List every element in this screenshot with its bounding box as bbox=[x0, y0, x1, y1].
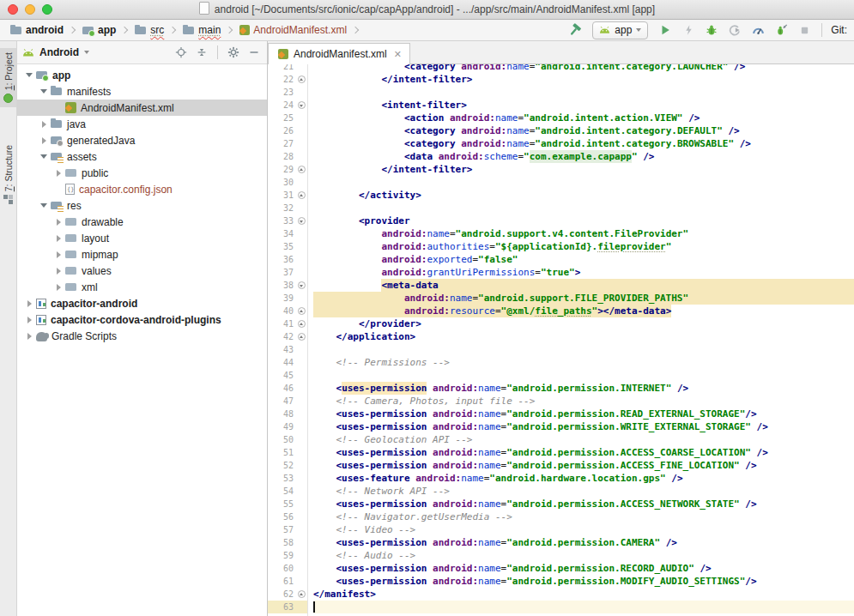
gutter-line-57[interactable]: 57 bbox=[268, 523, 307, 536]
gutter-line-60[interactable]: 60 bbox=[268, 562, 307, 575]
code-line-29[interactable]: </intent-filter> bbox=[313, 163, 854, 176]
attach-debugger-icon[interactable] bbox=[772, 21, 790, 39]
run-configuration-select[interactable]: app bbox=[592, 21, 648, 39]
fold-end-icon[interactable] bbox=[298, 75, 306, 83]
chevron-right-icon[interactable] bbox=[53, 235, 64, 242]
tree-item-generatedjava[interactable]: generatedJava bbox=[17, 132, 267, 148]
gutter-line-26[interactable]: 26 bbox=[268, 124, 307, 137]
gutter-line-58[interactable]: 58 bbox=[268, 536, 307, 549]
chevron-right-icon[interactable] bbox=[24, 300, 34, 307]
hide-panel-icon[interactable] bbox=[246, 45, 262, 60]
code-line-63[interactable] bbox=[313, 601, 854, 613]
code-line-38[interactable]: <meta-data bbox=[313, 279, 854, 292]
gutter-line-24[interactable]: 24 bbox=[268, 99, 307, 112]
breadcrumb-item-main[interactable]: main bbox=[179, 23, 222, 37]
tree-item-capacitor-android[interactable]: capacitor-android bbox=[17, 295, 267, 311]
breadcrumb-item-app[interactable]: app bbox=[79, 23, 118, 37]
tree-item-values[interactable]: values bbox=[17, 263, 267, 279]
gutter-line-27[interactable]: 27 bbox=[268, 137, 307, 150]
code-line-31[interactable]: </activity> bbox=[313, 189, 854, 202]
code-line-33[interactable]: <provider bbox=[313, 214, 854, 227]
fold-start-icon[interactable] bbox=[298, 101, 306, 109]
code-line-52[interactable]: <uses-permission android:name="android.p… bbox=[313, 459, 854, 472]
settings-gear-icon[interactable] bbox=[226, 45, 241, 60]
gutter-line-30[interactable]: 30 bbox=[268, 176, 307, 189]
chevron-right-icon[interactable] bbox=[53, 268, 64, 275]
make-project-hammer-icon[interactable] bbox=[566, 21, 584, 39]
code-line-43[interactable] bbox=[313, 343, 854, 356]
gutter-line-29[interactable]: 29 bbox=[268, 163, 307, 176]
gutter-line-52[interactable]: 52 bbox=[268, 459, 307, 472]
code-line-58[interactable]: <uses-permission android:name="android.p… bbox=[313, 536, 854, 549]
gutter-line-34[interactable]: 34 bbox=[268, 227, 307, 240]
code-line-57[interactable]: <!-- Video --> bbox=[313, 523, 854, 536]
run-with-coverage-icon[interactable] bbox=[726, 21, 743, 39]
chevron-right-icon[interactable] bbox=[53, 251, 64, 258]
code-line-61[interactable]: <uses-permission android:name="android.p… bbox=[313, 575, 854, 588]
code-line-27[interactable]: <category android:name="android.intent.c… bbox=[313, 137, 854, 150]
code-line-44[interactable]: <!-- Permissions --> bbox=[313, 356, 854, 369]
debug-bug-icon[interactable] bbox=[703, 21, 720, 39]
chevron-right-icon[interactable] bbox=[39, 137, 49, 144]
gutter-line-28[interactable]: 28 bbox=[268, 150, 307, 163]
tree-item-capacitor-config-json[interactable]: capacitor.config.json bbox=[17, 181, 267, 197]
tree-item-capacitor-cordova-android-plugins[interactable]: capacitor-cordova-android-plugins bbox=[17, 311, 267, 328]
code-line-50[interactable]: <!-- Geolocation API --> bbox=[313, 433, 854, 446]
gutter-line-56[interactable]: 56 bbox=[268, 510, 307, 523]
fold-end-icon[interactable] bbox=[298, 166, 306, 173]
code-line-49[interactable]: <uses-permission android:name="android.p… bbox=[313, 420, 854, 433]
chevron-right-icon[interactable] bbox=[24, 317, 34, 323]
gutter-line-38[interactable]: 38 bbox=[268, 279, 307, 292]
code-line-34[interactable]: android:name="android.support.v4.content… bbox=[313, 227, 854, 240]
code-line-54[interactable]: <!-- Network API --> bbox=[313, 485, 854, 498]
code-line-60[interactable]: <uses-permission android:name="android.p… bbox=[313, 562, 854, 575]
collapse-all-icon[interactable] bbox=[194, 45, 209, 60]
fold-end-icon[interactable] bbox=[298, 307, 306, 315]
code-line-46[interactable]: <uses-permission android:name="android.p… bbox=[313, 382, 854, 395]
code-line-35[interactable]: android:authorities="${applicationId}.fi… bbox=[313, 240, 854, 253]
code-text-area[interactable]: <category android:name="android.intent.c… bbox=[308, 64, 854, 616]
code-line-42[interactable]: </application> bbox=[313, 330, 854, 343]
gutter-line-32[interactable]: 32 bbox=[268, 202, 307, 214]
code-line-39[interactable]: android:name="android.support.FILE_PROVI… bbox=[313, 292, 854, 305]
code-line-51[interactable]: <uses-permission android:name="android.p… bbox=[313, 446, 854, 459]
chevron-right-icon[interactable] bbox=[53, 284, 64, 291]
chevron-right-icon[interactable] bbox=[53, 219, 64, 226]
fold-end-icon[interactable] bbox=[298, 333, 306, 341]
code-line-30[interactable] bbox=[313, 176, 854, 189]
tree-item-androidmanifest-xml[interactable]: AndroidManifest.xml bbox=[17, 100, 267, 116]
code-line-59[interactable]: <!-- Audio --> bbox=[313, 549, 854, 562]
gutter-line-53[interactable]: 53 bbox=[268, 472, 307, 485]
code-line-25[interactable]: <action android:name="android.intent.act… bbox=[313, 112, 854, 124]
gutter-line-46[interactable]: 46 bbox=[268, 382, 307, 395]
chevron-right-icon[interactable] bbox=[53, 170, 64, 177]
tree-item-java[interactable]: java bbox=[17, 116, 267, 132]
gutter-line-31[interactable]: 31 bbox=[268, 189, 307, 202]
gutter-line-49[interactable]: 49 bbox=[268, 420, 307, 433]
gutter-line-39[interactable]: 39 bbox=[268, 292, 307, 305]
tree-item-assets[interactable]: assets bbox=[17, 148, 267, 165]
tree-item-gradle-scripts[interactable]: Gradle Scripts bbox=[17, 328, 267, 344]
gutter-line-50[interactable]: 50 bbox=[268, 433, 307, 446]
code-line-41[interactable]: </provider> bbox=[313, 317, 854, 330]
gutter-line-42[interactable]: 42 bbox=[268, 330, 307, 343]
gutter-line-47[interactable]: 47 bbox=[268, 395, 307, 408]
gutter-line-23[interactable]: 23 bbox=[268, 86, 307, 99]
chevron-down-icon[interactable] bbox=[39, 203, 49, 208]
fold-end-icon[interactable] bbox=[298, 320, 306, 328]
code-line-23[interactable] bbox=[313, 86, 854, 99]
gutter-line-62[interactable]: 62 bbox=[268, 588, 307, 601]
gutter-line-51[interactable]: 51 bbox=[268, 446, 307, 459]
code-line-21[interactable]: <category android:name="android.intent.c… bbox=[313, 64, 854, 73]
gutter-line-35[interactable]: 35 bbox=[268, 240, 307, 253]
code-line-45[interactable] bbox=[313, 369, 854, 382]
fold-start-icon[interactable] bbox=[298, 281, 306, 289]
breadcrumb-item-src[interactable]: src bbox=[131, 23, 166, 37]
code-line-26[interactable]: <category android:name="android.intent.c… bbox=[313, 124, 854, 137]
editor-tab-androidmanifest[interactable]: AndroidManifest.xml ✕ bbox=[268, 43, 410, 64]
code-line-62[interactable]: </manifest> bbox=[313, 588, 854, 601]
tree-item-manifests[interactable]: manifests bbox=[17, 83, 267, 100]
gutter-line-25[interactable]: 25 bbox=[268, 112, 307, 124]
tool-window-tab-structure[interactable]: 7: Structure bbox=[0, 141, 16, 208]
gutter-line-37[interactable]: 37 bbox=[268, 266, 307, 279]
